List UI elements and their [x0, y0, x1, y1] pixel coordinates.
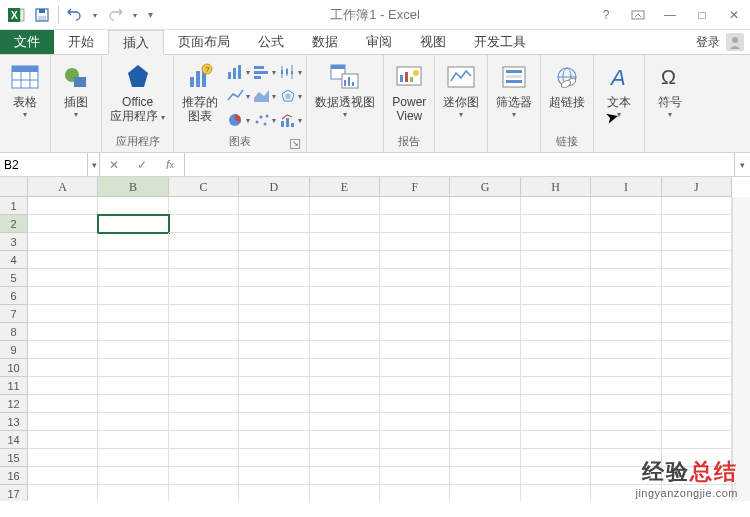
column-header[interactable]: B: [98, 177, 168, 196]
cell[interactable]: [521, 215, 591, 233]
cell[interactable]: [310, 341, 380, 359]
row-header[interactable]: 6: [0, 287, 27, 305]
radar-chart-button[interactable]: ▾: [278, 85, 302, 107]
cell[interactable]: [169, 251, 239, 269]
vertical-scrollbar[interactable]: [732, 197, 750, 501]
tab-view[interactable]: 视图: [406, 30, 460, 54]
power-view-button[interactable]: Power View: [388, 57, 430, 123]
row-header[interactable]: 1: [0, 197, 27, 215]
cell[interactable]: [98, 251, 168, 269]
cell[interactable]: [239, 287, 309, 305]
cell[interactable]: [28, 197, 98, 215]
cell[interactable]: [239, 359, 309, 377]
cell[interactable]: [28, 323, 98, 341]
cell[interactable]: [591, 449, 661, 467]
expand-formula-bar[interactable]: ▾: [734, 153, 750, 176]
cell[interactable]: [450, 215, 520, 233]
cell[interactable]: [591, 485, 661, 501]
text-button[interactable]: A 文本 ▾: [598, 57, 640, 119]
cell[interactable]: [521, 359, 591, 377]
cell[interactable]: [591, 305, 661, 323]
row-header[interactable]: 12: [0, 395, 27, 413]
cell[interactable]: [380, 233, 450, 251]
cell[interactable]: [169, 377, 239, 395]
cell[interactable]: [521, 449, 591, 467]
cell[interactable]: [380, 413, 450, 431]
cell[interactable]: [380, 305, 450, 323]
cell[interactable]: [98, 449, 168, 467]
cell[interactable]: [380, 467, 450, 485]
cell[interactable]: [98, 485, 168, 501]
cell[interactable]: [98, 305, 168, 323]
cell[interactable]: [521, 251, 591, 269]
cell[interactable]: [28, 449, 98, 467]
cell[interactable]: [98, 233, 168, 251]
cell[interactable]: [662, 269, 732, 287]
tab-review[interactable]: 审阅: [352, 30, 406, 54]
cell[interactable]: [662, 233, 732, 251]
column-header[interactable]: H: [521, 177, 591, 196]
row-header[interactable]: 3: [0, 233, 27, 251]
column-header[interactable]: D: [239, 177, 309, 196]
cell[interactable]: [521, 413, 591, 431]
row-header[interactable]: 16: [0, 467, 27, 485]
cell[interactable]: [662, 305, 732, 323]
cell[interactable]: [380, 395, 450, 413]
cell[interactable]: [239, 197, 309, 215]
office-apps-button[interactable]: Office 应用程序 ▾: [106, 57, 169, 125]
cell[interactable]: [169, 341, 239, 359]
formula-input[interactable]: [185, 158, 734, 172]
cell[interactable]: [662, 287, 732, 305]
cell[interactable]: [310, 431, 380, 449]
close-button[interactable]: ✕: [722, 3, 746, 27]
row-header[interactable]: 2: [0, 215, 27, 233]
cell[interactable]: [310, 323, 380, 341]
area-chart-button[interactable]: ▾: [252, 85, 276, 107]
cell[interactable]: [380, 269, 450, 287]
cell[interactable]: [169, 215, 239, 233]
cell[interactable]: [239, 449, 309, 467]
cell[interactable]: [169, 269, 239, 287]
cell[interactable]: [591, 233, 661, 251]
cell[interactable]: [310, 359, 380, 377]
tab-formulas[interactable]: 公式: [244, 30, 298, 54]
cell[interactable]: [239, 431, 309, 449]
cell[interactable]: [591, 341, 661, 359]
cell[interactable]: [239, 341, 309, 359]
cell[interactable]: [239, 233, 309, 251]
tab-data[interactable]: 数据: [298, 30, 352, 54]
row-header[interactable]: 17: [0, 485, 27, 501]
cell[interactable]: [591, 431, 661, 449]
cell[interactable]: [169, 323, 239, 341]
minimize-button[interactable]: —: [658, 3, 682, 27]
cell[interactable]: [450, 395, 520, 413]
name-box-input[interactable]: [4, 158, 74, 172]
cell[interactable]: [310, 215, 380, 233]
cell[interactable]: [380, 197, 450, 215]
cell[interactable]: [380, 377, 450, 395]
cell[interactable]: [591, 359, 661, 377]
undo-dropdown[interactable]: ▾: [89, 3, 101, 27]
cell[interactable]: [662, 215, 732, 233]
cell[interactable]: [169, 485, 239, 501]
cell[interactable]: [591, 395, 661, 413]
cell[interactable]: [239, 467, 309, 485]
select-all-corner[interactable]: [0, 177, 28, 197]
cell[interactable]: [521, 431, 591, 449]
cell[interactable]: [239, 377, 309, 395]
combo-chart-button[interactable]: ▾: [278, 109, 302, 131]
cell[interactable]: [521, 341, 591, 359]
column-header[interactable]: J: [662, 177, 732, 196]
cell[interactable]: [450, 197, 520, 215]
cell[interactable]: [28, 413, 98, 431]
cell[interactable]: [450, 485, 520, 501]
cell[interactable]: [591, 467, 661, 485]
column-header[interactable]: C: [169, 177, 239, 196]
recommended-charts-button[interactable]: ? 推荐的 图表: [178, 57, 222, 123]
cell[interactable]: [450, 233, 520, 251]
cell[interactable]: [591, 413, 661, 431]
cell[interactable]: [28, 485, 98, 501]
cell[interactable]: [310, 287, 380, 305]
cell[interactable]: [310, 395, 380, 413]
scatter-chart-button[interactable]: ▾: [252, 109, 276, 131]
